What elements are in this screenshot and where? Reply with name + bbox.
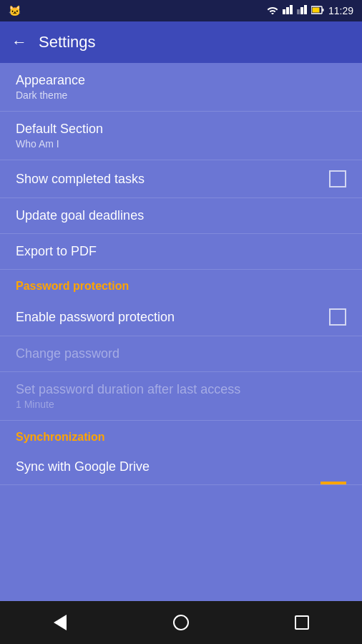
svg-marker-5 bbox=[304, 5, 307, 14]
sync-section-title: Synchronization bbox=[16, 431, 104, 443]
settings-content: Appearance Dark theme Default Section Wh… bbox=[0, 63, 362, 601]
default-section-subtitle: Who Am I bbox=[16, 138, 103, 150]
home-nav-icon bbox=[173, 615, 189, 630]
home-nav-button[interactable] bbox=[160, 601, 202, 644]
set-password-duration-item: Set password duration after last access … bbox=[0, 372, 362, 421]
update-goal-deadlines-item[interactable]: Update goal deadlines bbox=[0, 198, 362, 234]
sync-orange-bar bbox=[321, 482, 346, 484]
status-bar: 🐱 11:29 bbox=[0, 0, 362, 21]
svg-rect-7 bbox=[322, 9, 323, 11]
appearance-text: Appearance Dark theme bbox=[16, 73, 85, 101]
sync-section-header: Synchronization bbox=[0, 421, 362, 449]
cat-icon: 🐱 bbox=[9, 5, 21, 16]
show-completed-tasks-checkbox[interactable] bbox=[329, 170, 346, 187]
export-to-pdf-item[interactable]: Export to PDF bbox=[0, 234, 362, 270]
back-nav-icon bbox=[54, 615, 67, 630]
wifi-icon bbox=[267, 4, 278, 17]
svg-marker-1 bbox=[286, 7, 289, 14]
default-section-item[interactable]: Default Section Who Am I bbox=[0, 112, 362, 160]
back-button[interactable]: ← bbox=[11, 33, 27, 52]
export-to-pdf-title: Export to PDF bbox=[16, 244, 97, 259]
svg-marker-3 bbox=[297, 9, 300, 14]
app-bar: ← Settings bbox=[0, 21, 362, 63]
change-password-item: Change password bbox=[0, 336, 362, 372]
battery-icon bbox=[311, 4, 324, 17]
enable-password-checkbox[interactable] bbox=[329, 308, 346, 326]
app-bar-title: Settings bbox=[39, 33, 96, 52]
update-goal-deadlines-title: Update goal deadlines bbox=[16, 208, 144, 223]
bottom-nav bbox=[0, 601, 362, 644]
default-section-text: Default Section Who Am I bbox=[16, 122, 103, 150]
set-password-duration-text: Set password duration after last access … bbox=[16, 382, 240, 410]
back-nav-button[interactable] bbox=[39, 601, 82, 644]
recents-nav-icon bbox=[295, 615, 309, 630]
set-password-duration-subtitle: 1 Minute bbox=[16, 399, 240, 410]
password-section-title: Password protection bbox=[16, 280, 129, 292]
sync-google-drive-item[interactable]: Sync with Google Drive bbox=[0, 449, 362, 485]
change-password-title: Change password bbox=[16, 346, 119, 361]
enable-password-title: Enable password protection bbox=[16, 310, 175, 325]
signal-icon-2 bbox=[297, 4, 307, 17]
status-time: 11:29 bbox=[328, 5, 353, 16]
appearance-subtitle: Dark theme bbox=[16, 89, 85, 101]
appearance-title: Appearance bbox=[16, 73, 85, 88]
show-completed-tasks-item[interactable]: Show completed tasks bbox=[0, 160, 362, 198]
svg-marker-0 bbox=[283, 9, 285, 14]
svg-marker-2 bbox=[290, 5, 293, 14]
recents-nav-button[interactable] bbox=[280, 601, 323, 644]
password-section-header: Password protection bbox=[0, 270, 362, 298]
svg-rect-8 bbox=[312, 8, 319, 13]
sync-google-drive-title: Sync with Google Drive bbox=[16, 459, 150, 474]
svg-marker-4 bbox=[300, 7, 303, 14]
appearance-item[interactable]: Appearance Dark theme bbox=[0, 63, 362, 112]
default-section-title: Default Section bbox=[16, 122, 103, 137]
set-password-duration-title: Set password duration after last access bbox=[16, 382, 240, 397]
status-left-icons: 🐱 bbox=[9, 4, 21, 17]
enable-password-item[interactable]: Enable password protection bbox=[0, 298, 362, 336]
signal-icon-1 bbox=[283, 4, 293, 17]
show-completed-tasks-title: Show completed tasks bbox=[16, 172, 145, 187]
